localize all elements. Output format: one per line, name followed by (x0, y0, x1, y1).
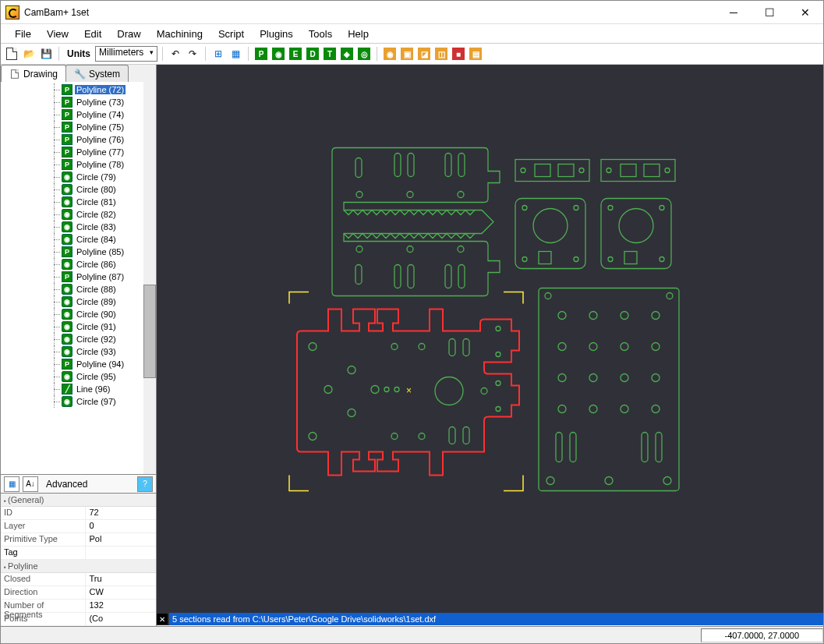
svg-point-87 (545, 293, 551, 299)
titlebar: CamBam+ 1set ─ ☐ ✕ (1, 1, 823, 24)
mop-profile-button[interactable]: P (253, 46, 269, 62)
tree-item[interactable]: PPolyline (87) (7, 271, 156, 283)
tree-view[interactable]: PPolyline (72)PPolyline (73)PPolyline (7… (1, 82, 156, 474)
tree-item[interactable]: ◉Circle (90) (7, 308, 156, 320)
tree-item-label: Polyline (72) (75, 85, 126, 94)
svg-rect-24 (644, 165, 660, 177)
tool-1-button[interactable]: ◉ (382, 46, 398, 62)
tree-item[interactable]: PPolyline (94) (7, 358, 156, 370)
circ-icon: ◉ (62, 221, 72, 232)
tool-5-button[interactable]: ■ (451, 46, 466, 62)
mop-drill-button[interactable]: D (305, 46, 320, 62)
tree-item-label: Polyline (76) (75, 135, 126, 144)
svg-point-31 (574, 257, 578, 262)
svg-point-58 (481, 388, 487, 395)
poly-icon: P (62, 122, 72, 133)
tree-item-label: Circle (92) (75, 334, 118, 344)
tool-3-button[interactable]: ◪ (416, 46, 432, 62)
tree-item[interactable]: ◉Circle (89) (7, 295, 156, 308)
svg-point-45 (324, 386, 332, 394)
svg-point-14 (407, 246, 413, 253)
svg-point-49 (391, 433, 398, 440)
grid-dots-button[interactable]: ⊞ (210, 46, 226, 62)
mop-3d-button[interactable]: ◈ (339, 46, 355, 62)
menu-view[interactable]: View (39, 25, 76, 43)
advanced-label[interactable]: Advanced (41, 479, 92, 490)
tree-item[interactable]: ◉Circle (82) (7, 208, 156, 221)
mop-pocket-button[interactable]: ◉ (271, 46, 286, 62)
canvas-area[interactable]: × (157, 65, 823, 626)
tree-item[interactable]: PPolyline (77) (7, 146, 156, 158)
tree-item[interactable]: PPolyline (78) (7, 158, 156, 171)
menu-file[interactable]: File (7, 25, 39, 43)
tree-item[interactable]: PPolyline (72) (7, 83, 156, 96)
menu-machining[interactable]: Machining (149, 25, 210, 43)
tool-6-button[interactable]: ▤ (468, 46, 483, 62)
tree-item[interactable]: ◉Circle (86) (7, 258, 156, 271)
property-grid[interactable]: (General) ID72 Layer0 Primitive TypePol … (1, 493, 156, 626)
tree-item[interactable]: ◉Circle (88) (7, 283, 156, 295)
menubar: File View Edit Draw Machining Script Plu… (1, 24, 823, 43)
coordinates: -407.0000, 27.0000 (701, 628, 823, 642)
tab-system[interactable]: 🔧System (65, 65, 129, 82)
circ-icon: ◉ (62, 184, 72, 195)
units-select[interactable]: Millimeters (95, 46, 157, 62)
tree-item[interactable]: ◉Circle (93) (7, 345, 156, 358)
redo-button[interactable]: ↷ (185, 46, 200, 62)
menu-script[interactable]: Script (210, 25, 252, 43)
tree-item[interactable]: PPolyline (85) (7, 246, 156, 258)
menu-edit[interactable]: Edit (76, 25, 109, 43)
tree-item[interactable]: ◉Circle (80) (7, 183, 156, 196)
mop-text-button[interactable]: T (322, 46, 338, 62)
maximize-button[interactable]: ☐ (752, 1, 787, 24)
tree-item[interactable]: PPolyline (74) (7, 108, 156, 121)
svg-point-22 (607, 168, 611, 173)
menu-tools[interactable]: Tools (301, 25, 340, 43)
menu-help[interactable]: Help (340, 25, 377, 43)
prop-category-polyline[interactable]: Polyline (1, 560, 156, 573)
help-button[interactable]: ? (137, 476, 153, 492)
menu-plugins[interactable]: Plugins (252, 25, 301, 43)
tree-item[interactable]: ◉Circle (83) (7, 221, 156, 233)
categorized-button[interactable]: ▦ (4, 476, 19, 492)
tree-item[interactable]: ◉Circle (92) (7, 333, 156, 345)
status-close-button[interactable]: ✕ (157, 614, 168, 625)
mop-lathe-button[interactable]: ◎ (356, 46, 372, 62)
alphabetical-button[interactable]: A↓ (23, 476, 38, 492)
svg-rect-3 (445, 154, 451, 177)
svg-point-78 (621, 405, 628, 413)
tree-item[interactable]: PPolyline (73) (7, 96, 156, 108)
circ-icon: ◉ (62, 234, 72, 245)
close-button[interactable]: ✕ (787, 1, 823, 24)
minimize-button[interactable]: ─ (716, 1, 752, 24)
prop-category-general[interactable]: (General) (1, 494, 156, 507)
tree-item[interactable]: ◉Circle (91) (7, 320, 156, 333)
tab-drawing[interactable]: Drawing (1, 65, 66, 82)
toolbar: 📂 💾 Units Millimeters ↶ ↷ ⊞ ▦ P ◉ E D T … (1, 43, 823, 65)
svg-rect-86 (656, 433, 662, 462)
grid-button[interactable]: ▦ (228, 46, 243, 62)
tree-item-label: Circle (90) (75, 310, 118, 319)
svg-point-48 (419, 344, 425, 350)
tree-item[interactable]: ◉Circle (84) (7, 233, 156, 246)
cad-canvas[interactable]: × (157, 65, 823, 613)
property-toolbar: ▦ A↓ Advanced ? (1, 474, 156, 493)
menu-draw[interactable]: Draw (109, 25, 148, 43)
line-icon: ╱ (62, 384, 72, 395)
tool-4-button[interactable]: ◫ (433, 46, 449, 62)
tree-item[interactable]: ◉Circle (97) (7, 395, 156, 408)
tree-item-label: Circle (89) (75, 297, 118, 306)
tree-scrollbar[interactable] (143, 82, 156, 474)
tree-item[interactable]: PPolyline (76) (7, 133, 156, 146)
tree-item[interactable]: PPolyline (75) (7, 121, 156, 133)
open-file-button[interactable]: 📂 (21, 46, 37, 62)
tree-item[interactable]: ◉Circle (81) (7, 196, 156, 208)
save-file-button[interactable]: 💾 (38, 46, 54, 62)
tree-item[interactable]: ╱Line (96) (7, 383, 156, 395)
mop-engrave-button[interactable]: E (288, 46, 303, 62)
new-file-button[interactable] (4, 46, 19, 62)
tool-2-button[interactable]: ▣ (399, 46, 415, 62)
tree-item[interactable]: ◉Circle (95) (7, 370, 156, 383)
tree-item[interactable]: ◉Circle (79) (7, 171, 156, 183)
undo-button[interactable]: ↶ (168, 46, 183, 62)
